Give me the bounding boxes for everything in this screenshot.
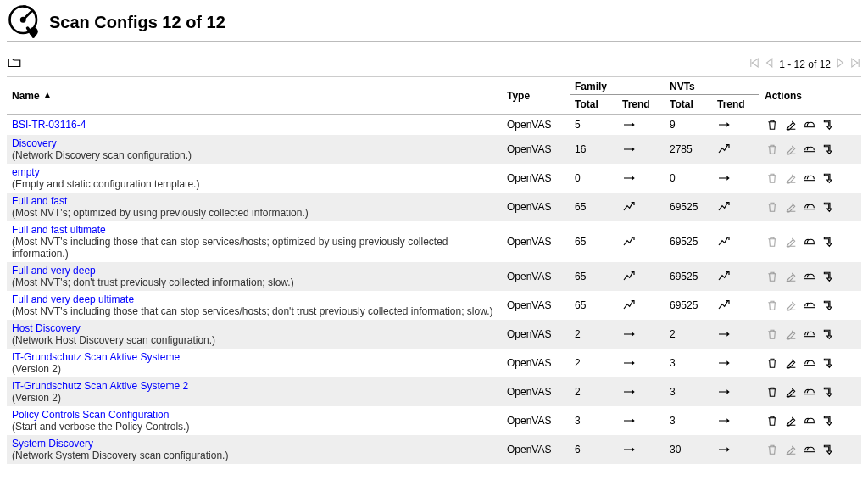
trend-up-icon: [717, 299, 731, 312]
trend-flat-icon: [622, 385, 636, 399]
delete-icon[interactable]: [765, 117, 780, 132]
config-link[interactable]: BSI-TR-03116-4: [12, 119, 86, 131]
family-total: 65: [570, 262, 617, 291]
clone-icon[interactable]: [802, 234, 817, 249]
delete-icon[interactable]: [765, 384, 780, 399]
delete-icon[interactable]: [765, 199, 780, 215]
trend-up-icon: [622, 270, 636, 283]
page-last-icon[interactable]: [849, 57, 861, 71]
page-first-icon[interactable]: [748, 57, 760, 71]
sort-asc-icon: ▲: [42, 89, 53, 101]
family-total: 16: [570, 135, 617, 164]
trend-up-icon: [622, 235, 636, 249]
config-link[interactable]: Full and fast: [12, 195, 67, 207]
delete-icon[interactable]: [765, 413, 780, 428]
edit-icon[interactable]: [783, 327, 798, 342]
clone-icon[interactable]: [802, 142, 817, 157]
table-row: Discovery (Network Discovery scan config…: [7, 135, 861, 164]
clone-icon[interactable]: [802, 199, 817, 215]
clone-icon[interactable]: [802, 117, 817, 132]
config-link[interactable]: IT-Grundschutz Scan Aktive Systeme 2: [12, 380, 188, 392]
col-family-trend-header[interactable]: Trend: [617, 95, 665, 115]
clone-icon[interactable]: [802, 413, 817, 428]
delete-icon[interactable]: [765, 170, 780, 186]
config-link[interactable]: System Discovery: [12, 438, 93, 450]
clone-icon[interactable]: [802, 298, 817, 313]
config-link[interactable]: Host Discovery: [12, 322, 81, 334]
edit-icon[interactable]: [783, 170, 798, 186]
edit-icon[interactable]: [783, 413, 798, 428]
col-nvts-group: NVTs: [665, 77, 760, 95]
config-link[interactable]: empty: [12, 166, 40, 178]
config-link[interactable]: IT-Grundschutz Scan Aktive Systeme: [12, 351, 180, 363]
config-type: OpenVAS: [502, 164, 570, 193]
edit-icon[interactable]: [783, 199, 798, 215]
config-link[interactable]: Full and fast ultimate: [12, 224, 106, 236]
clone-icon[interactable]: [802, 269, 817, 284]
export-icon[interactable]: [821, 355, 836, 371]
export-icon[interactable]: [821, 234, 836, 249]
page-title: Scan Configs 12 of 12: [49, 13, 225, 32]
table-row: Full and very deep (Most NVT's; don't tr…: [7, 262, 861, 291]
delete-icon[interactable]: [765, 327, 780, 342]
nvt-total: 3: [665, 377, 712, 406]
trend-flat-icon: [622, 443, 636, 456]
edit-icon[interactable]: [783, 117, 798, 132]
config-type: OpenVAS: [502, 349, 570, 377]
col-name-header[interactable]: Name ▲: [7, 77, 502, 115]
config-desc: (Network Discovery scan configuration.): [12, 149, 497, 161]
export-icon[interactable]: [821, 199, 836, 215]
export-icon[interactable]: [821, 442, 836, 457]
export-icon[interactable]: [821, 142, 836, 157]
edit-icon[interactable]: [783, 355, 798, 371]
delete-icon[interactable]: [765, 234, 780, 249]
edit-icon[interactable]: [783, 269, 798, 284]
clone-icon[interactable]: [802, 355, 817, 371]
nvt-total: 69525: [665, 262, 712, 291]
export-icon[interactable]: [821, 269, 836, 284]
export-icon[interactable]: [821, 117, 836, 132]
config-link[interactable]: Policy Controls Scan Configuration: [12, 409, 169, 421]
trend-flat-icon: [717, 414, 731, 427]
delete-icon[interactable]: [765, 269, 780, 284]
clone-icon[interactable]: [802, 384, 817, 399]
export-icon[interactable]: [821, 170, 836, 186]
page-next-icon[interactable]: [834, 57, 846, 71]
clone-icon[interactable]: [802, 170, 817, 186]
col-type-header[interactable]: Type: [502, 77, 570, 115]
config-type: OpenVAS: [502, 291, 570, 320]
delete-icon[interactable]: [765, 298, 780, 313]
col-nvt-trend-header[interactable]: Trend: [712, 95, 760, 115]
page-prev-icon[interactable]: [764, 57, 776, 71]
nvt-total: 30: [665, 435, 712, 464]
edit-icon[interactable]: [783, 384, 798, 399]
config-desc: (Network Host Discovery scan configurati…: [12, 334, 497, 346]
trend-flat-icon: [622, 171, 636, 185]
config-link[interactable]: Discovery: [12, 137, 57, 149]
config-link[interactable]: Full and very deep: [12, 265, 96, 277]
table-row: Full and fast ultimate (Most NVT's inclu…: [7, 221, 861, 262]
edit-icon[interactable]: [783, 298, 798, 313]
export-icon[interactable]: [821, 384, 836, 399]
edit-icon[interactable]: [783, 442, 798, 457]
export-icon[interactable]: [821, 413, 836, 428]
col-nvt-total-header[interactable]: Total: [665, 95, 712, 115]
config-link[interactable]: Full and very deep ultimate: [12, 293, 134, 305]
table-row: IT-Grundschutz Scan Aktive Systeme 2 (Ve…: [7, 377, 861, 406]
export-icon[interactable]: [821, 298, 836, 313]
col-family-total-header[interactable]: Total: [570, 95, 617, 115]
nvt-total: 9: [665, 115, 712, 136]
export-icon[interactable]: [821, 327, 836, 342]
clone-icon[interactable]: [802, 327, 817, 342]
delete-icon[interactable]: [765, 355, 780, 371]
delete-icon[interactable]: [765, 442, 780, 457]
edit-icon[interactable]: [783, 234, 798, 249]
edit-icon[interactable]: [783, 142, 798, 157]
new-scan-config-icon[interactable]: [7, 55, 22, 73]
config-desc: (Start and verbose the Policy Controls.): [12, 421, 497, 433]
nvt-total: 0: [665, 164, 712, 193]
clone-icon[interactable]: [802, 442, 817, 457]
family-total: 2: [570, 349, 617, 377]
delete-icon[interactable]: [765, 142, 780, 157]
family-total: 65: [570, 291, 617, 320]
